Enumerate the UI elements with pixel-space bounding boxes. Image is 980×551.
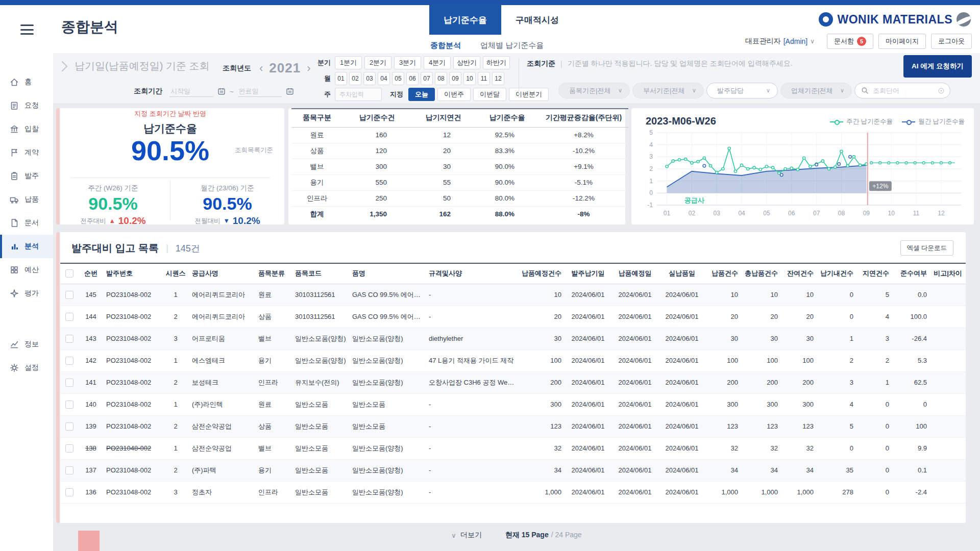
row-checkbox[interactable] (65, 444, 74, 453)
table-row[interactable]: 145PO231048-0021에어리퀴드코리아원료30103112561GAS… (60, 284, 966, 306)
kpi-weekly-delta: 10.2% (118, 215, 146, 227)
table-row[interactable]: 143PO231048-0023어프로티움밸브일반소모품(양청)일반소모품(양청… (60, 328, 966, 349)
logout-button[interactable]: 로그아웃 (931, 34, 972, 49)
quarter-button[interactable]: 하반기 (483, 56, 510, 69)
mypage-button[interactable]: 마이페이지 (878, 34, 926, 49)
quarter-button[interactable]: 4분기 (424, 56, 451, 69)
sidebar-item-order[interactable]: 발주 (0, 164, 53, 188)
row-checkbox[interactable] (65, 488, 74, 496)
row-checkbox[interactable] (65, 379, 74, 387)
order-cell: 일반소모품(양청) (349, 371, 426, 393)
quarter-button[interactable]: 2분기 (364, 56, 391, 69)
table-row[interactable]: 137PO231048-0022(주)파텍용기일반소모품일반소모품(양청)-34… (60, 459, 966, 481)
ai-request-button[interactable]: AI 에게 요청하기 (903, 55, 972, 78)
sidebar-item-request[interactable]: 요청 (0, 94, 53, 117)
row-checkbox[interactable] (65, 466, 74, 474)
quick-button-today-active[interactable]: 오늘 (408, 88, 435, 101)
order-cell: 인프라 (255, 371, 292, 393)
calendar-icon[interactable] (217, 87, 226, 95)
order-cell: 일반소모품 (292, 437, 349, 459)
month-button[interactable]: 01 (335, 72, 347, 85)
sidebar-item-budget[interactable]: 예산 (0, 258, 53, 282)
hamburger-menu-icon[interactable] (20, 24, 34, 35)
target-circle-icon[interactable] (938, 87, 945, 94)
criteria-dropdown[interactable]: 품목기준|전체∨ (558, 83, 630, 98)
horizontal-scrollbar-thumb[interactable] (78, 531, 100, 551)
quarter-button[interactable]: 3분기 (394, 56, 421, 69)
month-button[interactable]: 09 (449, 72, 461, 85)
analysis-icon (9, 241, 19, 252)
sidebar-item-home[interactable]: 홈 (0, 70, 53, 94)
sidebar-item-evaluation[interactable]: 평가 (0, 282, 53, 305)
order-cell: 200 (705, 371, 741, 393)
quick-button-range[interactable]: 이번분기 (509, 88, 549, 101)
table-row[interactable]: 136PO231048-0023정초자인프라일반소모품일반소모품(양청)-1,0… (60, 481, 966, 503)
quick-button-range[interactable]: 이번달 (473, 88, 506, 101)
sidebar-item-settings[interactable]: 설정 (0, 356, 53, 380)
table-row[interactable]: 141PO231048-0022보성테크인프라유지보수(전의)일반소모품(양청)… (60, 371, 966, 393)
month-button[interactable]: 03 (363, 72, 376, 85)
order-cell (930, 371, 966, 393)
table-row[interactable]: 142PO231048-0021에스엠테크용기일반소모품(양청)일반소모품(양청… (60, 349, 966, 371)
sidebar-item-document[interactable]: 문서 (0, 211, 53, 235)
month-button[interactable]: 07 (421, 72, 433, 85)
quarter-button[interactable]: 상반기 (453, 56, 480, 69)
month-button[interactable]: 08 (435, 72, 447, 85)
order-cell: 4 (856, 306, 892, 328)
order-cell: 136 (79, 481, 103, 503)
criteria-dropdown[interactable]: 업체기준|전체∨ (780, 83, 852, 98)
excel-download-button[interactable]: 엑셀 다운로드 (900, 240, 953, 256)
order-cell: 2024/06/01 (658, 481, 705, 503)
order-cell: PO231048-002 (103, 415, 162, 437)
table-row[interactable]: 139PO231048-0022삼전순약공업상품일반소모품일반소모품-12320… (60, 415, 966, 437)
row-checkbox[interactable] (65, 313, 74, 321)
filter-divider (519, 58, 519, 98)
order-cell: 2024/06/01 (611, 393, 658, 415)
month-button[interactable]: 10 (463, 72, 476, 85)
row-checkbox[interactable] (65, 291, 74, 299)
sidebar-item-delivery[interactable]: 납품 (0, 188, 53, 211)
order-cell: 3 (162, 481, 189, 503)
month-button[interactable]: 11 (478, 72, 490, 85)
tab-delivery-compliance[interactable]: 납기준수율 (429, 5, 501, 35)
sidebar-item-analysis[interactable]: 분석 (0, 235, 53, 258)
quick-button-range[interactable]: 이번주 (437, 88, 471, 101)
sidebar-item-contract[interactable]: 계약 (0, 141, 53, 164)
calendar-icon[interactable] (286, 87, 294, 95)
tab-purchase-timeliness[interactable]: 구매적시성 (501, 5, 573, 35)
criteria-header: 조회기준 | 기준별 하나만 적용됩니다. 담당 및 업체명은 조회단어에 입력… (527, 59, 793, 68)
order-cell: 원료 (255, 284, 292, 306)
criteria-dropdown[interactable]: 부서기준|전체∨ (632, 83, 704, 98)
row-checkbox[interactable] (65, 357, 74, 365)
user-dropdown[interactable]: 대표관리자 [Admin] ∨ (745, 37, 815, 46)
order-cell: 30103112561 (292, 306, 349, 328)
month-button[interactable]: 02 (349, 72, 361, 85)
search-box[interactable] (854, 83, 950, 98)
row-checkbox[interactable] (65, 400, 74, 409)
start-date-input[interactable] (169, 86, 213, 97)
summary-cell: 1,350 (342, 206, 411, 222)
sidebar-item-bid[interactable]: 입찰 (0, 117, 53, 141)
table-row[interactable]: 144PO231048-0022에어리퀴드코리아상품30103112561GAS… (60, 306, 966, 328)
select-all-checkbox[interactable] (65, 269, 74, 278)
end-date-input[interactable] (238, 86, 282, 97)
year-prev-icon[interactable]: ‹ (259, 63, 263, 74)
month-button[interactable]: 12 (492, 72, 504, 85)
order-cell: 2024/06/01 (565, 306, 611, 328)
month-button[interactable]: 06 (406, 72, 419, 85)
table-row[interactable]: 140PO231048-0021(주)라인텍원료일반소모품일반소모품-30020… (60, 393, 966, 415)
search-input[interactable] (873, 87, 934, 94)
month-button[interactable]: 04 (378, 72, 390, 85)
docbox-button[interactable]: 문서함 5 (827, 34, 873, 49)
row-checkbox[interactable] (65, 422, 74, 431)
year-next-icon[interactable]: › (307, 63, 310, 74)
load-more-button[interactable]: ∨ 더보기 (451, 531, 482, 540)
week-input[interactable] (335, 88, 382, 101)
criteria-dropdown[interactable]: 발주담당∨ (706, 83, 778, 98)
month-button[interactable]: 05 (392, 72, 404, 85)
table-row[interactable]: 138PO231048-0021삼전순약공업밸브일반소모품일반소모품(양청)-3… (60, 437, 966, 459)
quarter-button[interactable]: 1분기 (335, 56, 362, 69)
row-checkbox[interactable] (65, 335, 74, 343)
sidebar-item-info[interactable]: 정보 (0, 333, 53, 356)
order-cell: 0 (856, 459, 892, 481)
